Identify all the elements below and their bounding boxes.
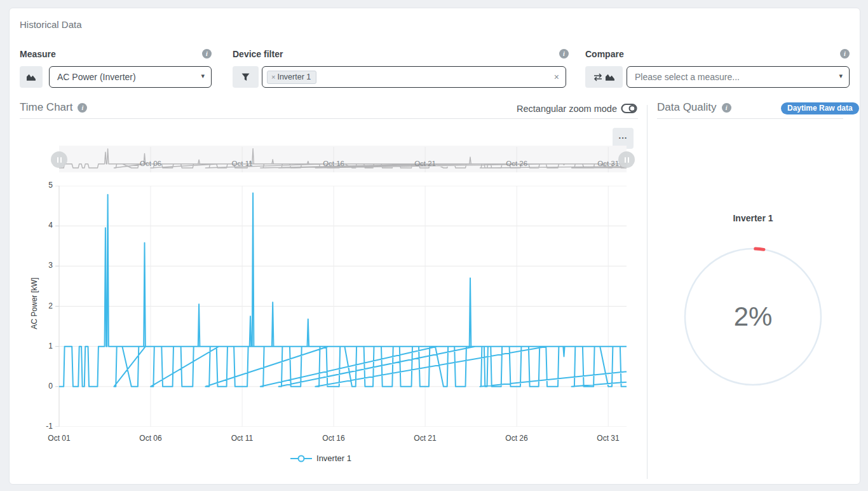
legend-label: Inverter 1 bbox=[316, 453, 351, 463]
x-axis-tick-label: Oct 16 bbox=[315, 434, 353, 443]
historical-data-card: Historical Data Measure i AC Power (Inve… bbox=[9, 8, 860, 485]
y-axis-tick-label: 2 bbox=[27, 301, 53, 310]
series-line-inverter-1 bbox=[59, 193, 627, 386]
data-quality-title: Data Quality i bbox=[657, 101, 731, 114]
y-axis-tick-label: 1 bbox=[27, 342, 53, 350]
swap-arrows-icon bbox=[593, 73, 603, 81]
time-chart-title: Time Chart i bbox=[20, 101, 87, 114]
navigator-tick-label: Oct 21 bbox=[414, 160, 436, 167]
device-filter-button[interactable] bbox=[233, 66, 259, 88]
data-quality-percent: 2% bbox=[677, 301, 829, 332]
page: { "app": {"title": "Historical Data"}, "… bbox=[0, 0, 868, 491]
navigator-tick-label: Oct 11 bbox=[232, 160, 253, 167]
range-navigator[interactable]: Oct 06Oct 11Oct 16Oct 21Oct 26Oct 31 bbox=[59, 146, 627, 172]
chevron-down-icon: ▾ bbox=[839, 72, 843, 80]
chevron-down-icon: ▾ bbox=[201, 72, 205, 80]
y-axis-tick-label: 3 bbox=[27, 261, 53, 270]
zoom-mode-control[interactable]: Rectangular zoom mode bbox=[416, 102, 638, 114]
measure-info-icon[interactable]: i bbox=[202, 49, 212, 59]
measure-chart-type-button[interactable] bbox=[20, 66, 43, 88]
chart-legend[interactable]: Inverter 1 bbox=[251, 453, 391, 463]
device-filter-input[interactable]: × Inverter 1 × bbox=[262, 66, 566, 88]
navigator-tick-label: Oct 16 bbox=[323, 160, 344, 167]
zoom-mode-label: Rectangular zoom mode bbox=[517, 104, 617, 114]
navigator-tick-label: Oct 31 bbox=[597, 160, 619, 167]
page-title: Historical Data bbox=[20, 19, 82, 30]
device-tag[interactable]: × Inverter 1 bbox=[267, 71, 316, 84]
x-axis-tick-label: Oct 31 bbox=[589, 434, 627, 443]
compare-chart-type-button[interactable] bbox=[585, 66, 623, 88]
navigator-right-handle[interactable] bbox=[618, 151, 635, 168]
device-filter-label: Device filter bbox=[233, 49, 283, 59]
compare-select-placeholder: Please select a measure... bbox=[635, 72, 740, 82]
y-axis-tick-label: -1 bbox=[27, 422, 53, 431]
funnel-icon bbox=[241, 73, 250, 81]
measure-select[interactable]: AC Power (Inverter) ▾ bbox=[49, 66, 212, 88]
legend-marker-icon bbox=[290, 455, 312, 462]
measure-select-value: AC Power (Inverter) bbox=[57, 72, 136, 82]
compare-info-icon[interactable]: i bbox=[840, 49, 850, 59]
measure-label: Measure bbox=[20, 49, 56, 59]
y-axis-tick-label: 0 bbox=[27, 382, 53, 391]
toggle-icon[interactable] bbox=[621, 102, 638, 114]
compare-label: Compare bbox=[585, 49, 624, 59]
time-chart-plot[interactable] bbox=[54, 186, 627, 427]
x-axis-tick-label: Oct 01 bbox=[40, 434, 78, 443]
clear-input-icon[interactable]: × bbox=[554, 72, 559, 82]
daytime-raw-data-badge: Daytime Raw data bbox=[781, 102, 859, 114]
x-axis-tick-label: Oct 21 bbox=[406, 434, 444, 443]
time-chart-info-icon[interactable]: i bbox=[78, 103, 87, 113]
y-axis-tick-label: 5 bbox=[27, 181, 53, 190]
x-axis-tick-label: Oct 11 bbox=[223, 434, 261, 443]
data-quality-info-icon[interactable]: i bbox=[722, 103, 731, 113]
panel-divider bbox=[647, 105, 648, 479]
area-chart-icon bbox=[27, 73, 36, 81]
time-chart-divider bbox=[20, 118, 638, 119]
remove-tag-icon[interactable]: × bbox=[271, 73, 275, 81]
device-filter-info-icon[interactable]: i bbox=[559, 49, 569, 59]
data-quality-divider bbox=[657, 118, 843, 119]
compare-select[interactable]: Please select a measure... ▾ bbox=[627, 66, 850, 88]
area-chart-icon bbox=[606, 73, 615, 81]
x-axis-tick-label: Oct 06 bbox=[132, 434, 170, 443]
x-axis-tick-label: Oct 26 bbox=[498, 434, 536, 443]
navigator-left-handle[interactable] bbox=[51, 151, 67, 168]
navigator-tick-label: Oct 26 bbox=[506, 160, 527, 167]
navigator-tick-label: Oct 06 bbox=[140, 160, 161, 167]
data-quality-device-label: Inverter 1 bbox=[677, 213, 829, 223]
device-tag-label: Inverter 1 bbox=[277, 73, 311, 81]
y-axis-tick-label: 4 bbox=[27, 221, 53, 230]
